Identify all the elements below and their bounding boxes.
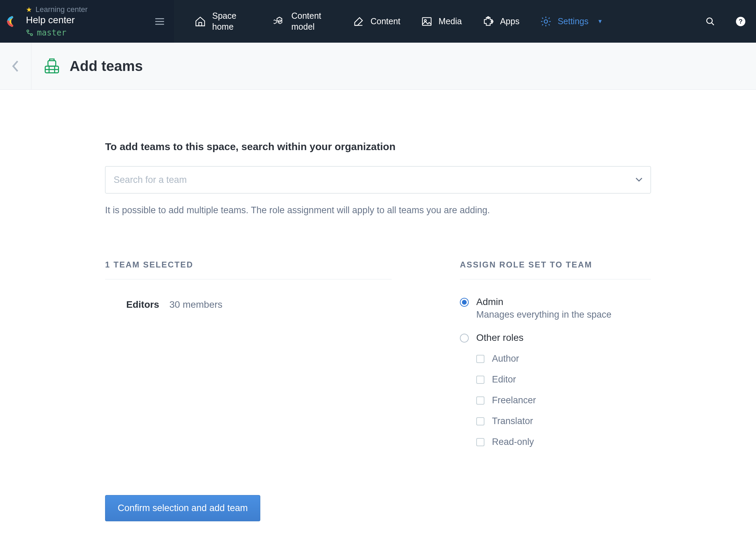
role-checkbox-label: Editor (492, 374, 516, 385)
role-title: Other roles (476, 332, 524, 343)
boxes-icon (274, 16, 285, 27)
role-checkbox-label: Freelancer (492, 395, 536, 406)
selected-teams-column: 1 Team Selected Editors30 members (105, 260, 392, 447)
puzzle-icon (482, 16, 494, 27)
team-row: Editors30 members (105, 279, 392, 310)
team-name: Editors (126, 299, 159, 310)
space-switcher-texts: ★ Learning center Help center master (26, 5, 155, 38)
svg-line-11 (712, 23, 714, 25)
top-nav: Space home Content model Content Media A… (174, 0, 756, 43)
team-search-input[interactable] (114, 175, 636, 185)
svg-rect-5 (422, 17, 431, 25)
teams-section-heading: 1 Team Selected (105, 260, 392, 279)
space-switcher[interactable]: ★ Learning center Help center master (0, 0, 174, 43)
nav-label: Media (439, 16, 462, 27)
help-icon[interactable]: ? (736, 16, 746, 27)
role-checkbox-translator[interactable]: Translator (476, 416, 651, 426)
page-subheader: Add teams (0, 43, 756, 90)
chevron-down-icon: ▼ (597, 18, 603, 25)
role-checkbox-freelancer[interactable]: Freelancer (476, 395, 651, 406)
nav-settings[interactable]: Settings ▼ (540, 16, 603, 27)
chevron-down-icon (636, 177, 642, 182)
svg-text:?: ? (739, 18, 742, 25)
learning-center-label: Learning center (35, 5, 88, 14)
radio-icon (460, 334, 469, 343)
checkbox-icon (476, 376, 484, 384)
edit-icon (353, 16, 364, 27)
role-radio-other[interactable]: Other roles (460, 332, 651, 343)
nav-content[interactable]: Content (353, 16, 401, 27)
topbar: ★ Learning center Help center master (0, 0, 756, 43)
teams-icon (43, 57, 61, 75)
checkbox-icon (476, 417, 484, 425)
nav-label: Apps (500, 16, 520, 27)
star-icon: ★ (26, 5, 32, 14)
search-icon[interactable] (706, 17, 715, 26)
nav-apps[interactable]: Apps (482, 16, 520, 27)
nav-media[interactable]: Media (421, 16, 462, 27)
role-checkbox-author[interactable]: Author (476, 353, 651, 364)
branch-name: master (37, 28, 67, 38)
hamburger-icon[interactable] (155, 18, 164, 25)
role-radio-admin[interactable]: Admin Manages everything in the space (460, 296, 651, 320)
svg-rect-14 (48, 60, 56, 66)
page-title: Add teams (70, 58, 143, 74)
role-checkbox-label: Translator (492, 416, 533, 426)
nav-label: Content model (291, 11, 332, 32)
nav-label: Settings (558, 16, 588, 27)
home-icon (194, 16, 206, 27)
confirm-button[interactable]: Confirm selection and add team (105, 495, 260, 521)
main-content: To add teams to this space, search withi… (105, 90, 651, 537)
team-search-combo[interactable] (105, 166, 651, 193)
chevron-left-icon (12, 60, 19, 73)
team-members: 30 members (169, 299, 222, 310)
svg-point-10 (707, 18, 712, 23)
checkbox-icon (476, 396, 484, 405)
radio-icon (460, 298, 469, 307)
nav-label: Space home (212, 11, 253, 32)
role-checkbox-label: Author (492, 353, 519, 364)
checkbox-icon (476, 355, 484, 363)
logo-icon (7, 15, 20, 28)
hint-text: It is possible to add multiple teams. Th… (105, 205, 651, 216)
back-button[interactable] (0, 43, 31, 89)
instruction-text: To add teams to this space, search withi… (105, 141, 651, 153)
role-checkbox-editor[interactable]: Editor (476, 374, 651, 385)
roles-section-heading: Assign Role Set to Team (460, 260, 651, 279)
role-title: Admin (476, 296, 611, 307)
role-checkbox-label: Read-only (492, 437, 534, 447)
nav-space-home[interactable]: Space home (194, 11, 253, 32)
branch-icon (26, 29, 33, 37)
gear-icon (540, 16, 552, 27)
svg-point-9 (544, 20, 548, 23)
space-name: Help center (26, 15, 155, 26)
role-checkbox-read-only[interactable]: Read-only (476, 437, 651, 447)
role-desc: Manages everything in the space (476, 309, 611, 320)
svg-point-0 (27, 30, 29, 32)
roles-column: Assign Role Set to Team Admin Manages ev… (460, 260, 651, 447)
nav-content-model[interactable]: Content model (274, 11, 332, 32)
nav-label: Content (370, 16, 401, 27)
svg-point-1 (31, 34, 33, 36)
checkbox-icon (476, 438, 484, 446)
image-icon (421, 16, 433, 27)
